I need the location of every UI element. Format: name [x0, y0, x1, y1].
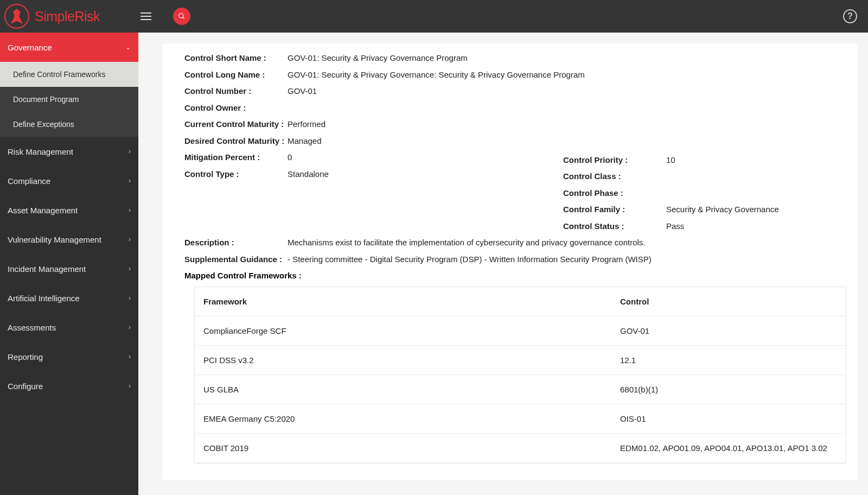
- value-family: Security & Privacy Governance: [666, 204, 779, 216]
- value-short-name: GOV-01: Security & Privacy Governance Pr…: [288, 52, 468, 65]
- topbar: SimpleRisk ?: [0, 0, 868, 33]
- sidebar-item-asset-management[interactable]: Asset Management›: [0, 195, 138, 225]
- chevron-down-icon: ⌄: [125, 43, 131, 51]
- cell-framework-control: GOV-01: [611, 316, 846, 346]
- th-framework: Framework: [195, 287, 611, 316]
- label-priority: Control Priority :: [563, 154, 666, 167]
- value-control-type: Standalone: [288, 168, 329, 181]
- sidebar-item-label: Incident Management: [8, 264, 86, 274]
- label-phase: Control Phase :: [563, 187, 666, 200]
- sidebar-subitem-define-exceptions[interactable]: Define Exceptions: [0, 112, 138, 137]
- value-number: GOV-01: [288, 85, 317, 98]
- cell-framework-control: 12.1: [611, 346, 846, 375]
- mapped-frameworks-table: Framework Control ComplianceForge SCFGOV…: [194, 287, 846, 464]
- sidebar-subitem-document-program[interactable]: Document Program: [0, 87, 138, 112]
- chevron-right-icon: ›: [129, 382, 131, 390]
- label-owner: Control Owner :: [184, 102, 288, 115]
- logo-icon: [4, 4, 29, 29]
- label-desired-maturity: Desired Control Maturity :: [184, 135, 288, 148]
- label-class: Control Class :: [563, 170, 666, 183]
- chevron-right-icon: ›: [129, 353, 131, 360]
- search-button[interactable]: [173, 8, 190, 25]
- table-row: US GLBA6801(b)(1): [195, 375, 846, 404]
- label-number: Control Number :: [184, 85, 288, 98]
- table-row: EMEA Germany C5:2020OIS-01: [195, 404, 846, 434]
- value-desired-maturity: Managed: [288, 135, 322, 148]
- label-family: Control Family :: [563, 204, 666, 216]
- th-control: Control: [611, 287, 846, 316]
- sidebar-item-label: Vulnerability Management: [8, 235, 101, 244]
- value-mitigation-percent: 0: [288, 151, 292, 164]
- help-icon: ?: [847, 11, 853, 21]
- search-icon: [178, 12, 186, 20]
- help-button[interactable]: ?: [843, 9, 857, 23]
- sidebar: Governance⌄Define Control FrameworksDocu…: [0, 33, 138, 495]
- cell-framework-control: EDM01.02, APO01.09, APO04.01, APO13.01, …: [611, 434, 846, 463]
- cell-framework-name: US GLBA: [195, 375, 611, 404]
- sidebar-item-label: Risk Management: [8, 147, 73, 156]
- svg-point-0: [179, 14, 183, 18]
- label-current-maturity: Current Control Maturity :: [184, 118, 288, 131]
- sidebar-item-label: Governance: [8, 43, 52, 52]
- label-guidance: Supplemental Guidance :: [184, 253, 288, 266]
- label-short-name: Control Short Name :: [184, 52, 288, 65]
- sidebar-item-incident-management[interactable]: Incident Management›: [0, 254, 138, 283]
- label-control-type: Control Type :: [184, 168, 288, 181]
- sidebar-item-reporting[interactable]: Reporting›: [0, 342, 138, 371]
- sidebar-item-label: Reporting: [8, 352, 43, 361]
- svg-line-1: [183, 17, 184, 19]
- cell-framework-control: OIS-01: [611, 404, 846, 434]
- sidebar-item-assessments[interactable]: Assessments›: [0, 313, 138, 342]
- value-priority: 10: [666, 154, 675, 167]
- sidebar-item-label: Asset Management: [8, 206, 78, 215]
- sidebar-item-vulnerability-management[interactable]: Vulnerability Management›: [0, 225, 138, 254]
- sidebar-item-compliance[interactable]: Compliance›: [0, 166, 138, 195]
- value-current-maturity: Performed: [288, 118, 326, 131]
- sidebar-item-artificial-intelligence[interactable]: Artificial Intelligence›: [0, 283, 138, 313]
- cell-framework-name: PCI DSS v3.2: [195, 346, 611, 375]
- control-detail-card: Control Short Name : GOV-01: Security & …: [163, 43, 857, 480]
- cell-framework-name: COBIT 2019: [195, 434, 611, 463]
- sidebar-item-governance[interactable]: Governance⌄: [0, 33, 138, 62]
- value-long-name: GOV-01: Security & Privacy Governance: S…: [288, 69, 585, 81]
- cell-framework-name: ComplianceForge SCF: [195, 316, 611, 346]
- label-description: Description :: [184, 237, 288, 249]
- main-content: Control Short Name : GOV-01: Security & …: [138, 33, 868, 495]
- chevron-right-icon: ›: [129, 206, 131, 214]
- chevron-right-icon: ›: [129, 148, 131, 155]
- label-mapped-frameworks: Mapped Control Frameworks :: [184, 271, 846, 280]
- sidebar-item-label: Assessments: [8, 323, 56, 332]
- chevron-right-icon: ›: [129, 236, 131, 243]
- sidebar-item-configure[interactable]: Configure›: [0, 371, 138, 401]
- table-row: ComplianceForge SCFGOV-01: [195, 316, 846, 346]
- sidebar-item-label: Compliance: [8, 176, 50, 186]
- sidebar-subitem-define-control-frameworks[interactable]: Define Control Frameworks: [0, 62, 138, 87]
- chevron-right-icon: ›: [129, 323, 131, 331]
- value-description: Mechanisms exist to facilitate the imple…: [288, 237, 645, 249]
- brand-logo[interactable]: SimpleRisk: [0, 4, 100, 29]
- sidebar-item-label: Configure: [8, 382, 43, 391]
- menu-toggle-icon[interactable]: [141, 12, 151, 20]
- table-row: PCI DSS v3.212.1: [195, 346, 846, 375]
- sidebar-item-risk-management[interactable]: Risk Management›: [0, 137, 138, 166]
- chevron-right-icon: ›: [129, 177, 131, 185]
- sidebar-item-label: Artificial Intelligence: [8, 294, 80, 303]
- table-row: COBIT 2019EDM01.02, APO01.09, APO04.01, …: [195, 434, 846, 463]
- chevron-right-icon: ›: [129, 265, 131, 272]
- chevron-right-icon: ›: [129, 294, 131, 302]
- value-guidance: - Steering committee - Digital Security …: [288, 253, 652, 266]
- label-long-name: Control Long Name :: [184, 69, 288, 81]
- label-status: Control Status :: [563, 220, 666, 233]
- sidebar-submenu: Define Control FrameworksDocument Progra…: [0, 62, 138, 137]
- label-mitigation-percent: Mitigation Percent :: [184, 151, 288, 164]
- cell-framework-name: EMEA Germany C5:2020: [195, 404, 611, 434]
- brand-name: SimpleRisk: [35, 9, 100, 24]
- value-status: Pass: [666, 220, 684, 233]
- cell-framework-control: 6801(b)(1): [611, 375, 846, 404]
